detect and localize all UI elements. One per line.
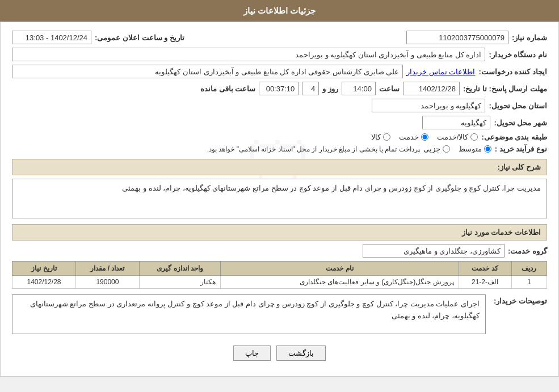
noue-radio-group: متوسط جزیی — [423, 145, 491, 153]
cell-kod: الف-2-21 — [459, 276, 511, 289]
cell-nam: پرورش جنگل(جنگل‌کاری) و سایر فعالیت‌های … — [221, 276, 459, 289]
col-tarikh: تاریخ نیاز — [12, 262, 76, 276]
khedamat-table: ردیف کد خدمت نام خدمت واحد اندازه گیری ت… — [12, 261, 547, 289]
shahr-tahvil-value: کهگیلویه — [422, 116, 490, 129]
radio-jazei-input[interactable] — [443, 145, 450, 153]
radio-kala-input[interactable] — [383, 133, 390, 141]
nam-dastgah-label: نام دستگاه خریدار: — [489, 50, 547, 59]
sharh-text: مدیریت چرا، کنترل کوچ و جلوگیری از کوچ ز… — [12, 179, 547, 218]
saat-label: ساعت — [379, 85, 400, 93]
mohlat-row: مهلت ارسال پاسخ: تا تاریخ: 1402/12/28 سا… — [12, 82, 547, 95]
nam-dastgah-value: اداره کل منابع طبیعی و آبخیزداری استان ک… — [12, 48, 485, 61]
baqi-value: 00:37:10 — [259, 82, 299, 95]
ostan-tahvil-label: استان محل تحویل: — [489, 102, 547, 110]
radio-khedmat-label: خدمت — [399, 133, 419, 141]
cell-radif: 1 — [511, 276, 547, 289]
table-row: 1 الف-2-21 پرورش جنگل(جنگل‌کاری) و سایر … — [12, 276, 547, 289]
sharh-section-title: شرح کلی نیاز: — [12, 159, 547, 175]
col-nam: نام خدمت — [221, 262, 459, 276]
ostan-tahvil-value: کهگیلویه و بویراحمد — [372, 99, 485, 112]
group-khedmat-label: گروه خدمت: — [508, 247, 547, 255]
shahr-tahvil-row: شهر محل تحویل: کهگیلویه — [12, 116, 547, 129]
shomara-niaz-label: شماره نیاز: — [512, 33, 547, 42]
nam-dastgah-row: نام دستگاه خریدار: اداره کل منابع طبیعی … — [12, 48, 547, 61]
saat-value: 14:00 — [342, 82, 376, 95]
noue-farayand-text: پرداخت تمام یا بخشی از مبلغ خریدار از مح… — [207, 145, 420, 153]
button-row: بازگشت چاپ — [12, 339, 547, 368]
rooz-value: 4 — [302, 82, 319, 95]
radio-motevaset-input[interactable] — [484, 145, 491, 153]
main-content: 🛡 شماره نیاز: 1102003775000079 تاریخ و س… — [0, 22, 559, 377]
idad-konande-link[interactable]: اطلاعات تماس خریدار — [406, 68, 475, 76]
group-khedmat-value: کشاورزی، جنگلداری و ماهیگیری — [363, 244, 505, 258]
tarikh-saat-label: تاریخ و ساعت اعلان عمومی: — [95, 33, 184, 42]
description-row: توصیحات خریدار: اجرای عملیات مدیریت چرا،… — [12, 294, 547, 334]
radio-motevaset: متوسط — [459, 145, 491, 153]
radio-kala-khedmat: کالا/خدمت — [437, 133, 478, 141]
tabaqe-label: طبقه بندی موضوعی: — [481, 133, 547, 141]
shomara-tarikh-row: شماره نیاز: 1102003775000079 تاریخ و ساع… — [12, 31, 547, 44]
col-tedad: تعداد / مقدار — [75, 262, 139, 276]
back-button[interactable]: بازگشت — [276, 345, 326, 361]
tarikh-saat-value: 1402/12/24 - 13:03 — [12, 31, 91, 44]
print-button[interactable]: چاپ — [233, 345, 271, 361]
description-label: توصیحات خریدار: — [490, 294, 547, 305]
shomara-niaz-value: 1102003775000079 — [406, 31, 508, 44]
col-radif: ردیف — [511, 262, 547, 276]
description-text: اجرای عملیات مدیریت چرا، کنترل کوچ و جلو… — [12, 294, 486, 334]
cell-tarikh: 1402/12/28 — [12, 276, 76, 289]
idad-konande-row: ایجاد کننده درخواست: اطلاعات تماس خریدار… — [12, 65, 547, 78]
page-wrapper: جزئیات اطلاعات نیاز 🛡 شماره نیاز: 110200… — [0, 0, 559, 377]
idad-konande-label: ایجاد کننده درخواست: — [478, 68, 547, 76]
radio-kala-khedmat-input[interactable] — [470, 133, 478, 141]
noue-farayand-label: نوع فرآیند خرید : — [495, 145, 547, 153]
khedamat-section-title: اطلاعات خدمات مورد نیاز — [12, 224, 547, 241]
tabaqe-radio-group: کالا/خدمت خدمت کالا — [371, 133, 478, 141]
idad-konande-value: علی صابری کارشناس حقوقی اداره کل منابع ط… — [12, 65, 403, 78]
radio-jazei-label: جزیی — [423, 145, 440, 153]
radio-kala: کالا — [371, 133, 390, 141]
radio-khedmat: خدمت — [399, 133, 428, 141]
radio-khedmat-input[interactable] — [421, 133, 428, 141]
radio-kala-khedmat-label: کالا/خدمت — [437, 133, 469, 141]
tarikh-value: 1402/12/28 — [403, 82, 460, 95]
col-kod: کد خدمت — [459, 262, 511, 276]
mohlat-label: مهلت ارسال پاسخ: تا تاریخ: — [463, 85, 547, 93]
group-khedmat-row: گروه خدمت: کشاورزی، جنگلداری و ماهیگیری — [12, 244, 547, 258]
tabaqe-row: طبقه بندی موضوعی: کالا/خدمت خدمت کالا — [12, 133, 547, 141]
cell-vahed: هکتار — [139, 276, 220, 289]
shahr-tahvil-label: شهر محل تحویل: — [494, 119, 547, 127]
radio-motevaset-label: متوسط — [459, 145, 482, 153]
page-title: جزئیات اطلاعات نیاز — [0, 0, 559, 22]
noue-farayand-row: نوع فرآیند خرید : متوسط جزیی پرداخت تمام… — [12, 145, 547, 153]
cell-tedad: 190000 — [75, 276, 139, 289]
radio-jazei: جزیی — [423, 145, 450, 153]
radio-kala-label: کالا — [371, 133, 381, 141]
col-vahed: واحد اندازه گیری — [139, 262, 220, 276]
ostan-tahvil-row: استان محل تحویل: کهگیلویه و بویراحمد — [12, 99, 547, 112]
rooz-label: روز و — [322, 85, 338, 93]
baqi-label: ساعت باقی مانده — [200, 85, 255, 93]
